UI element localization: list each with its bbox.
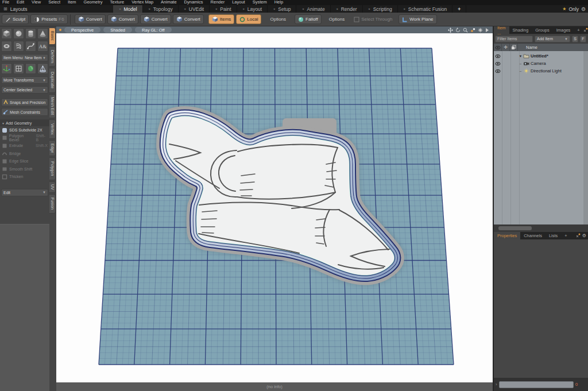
vtab-fusion[interactable]: Fusion	[49, 194, 56, 214]
menu-animate[interactable]: Animate	[161, 0, 177, 5]
add-item-dropdown[interactable]: Add Item▼	[535, 36, 570, 42]
tab-model[interactable]: ✦Model	[113, 5, 142, 13]
tab-lists[interactable]: Lists	[546, 232, 561, 239]
primitive-cylinder-button[interactable]	[25, 28, 36, 39]
tab-add-button[interactable]: +	[452, 5, 466, 13]
menu-help[interactable]: Help	[274, 0, 283, 5]
work-plane-button[interactable]: Work Plane	[399, 14, 436, 24]
vtab-vertex[interactable]: Vertex	[49, 119, 56, 139]
text-tool-button[interactable]: A&	[37, 41, 48, 52]
tool-polygon-bevel[interactable]: Polygon BevelShift-B	[0, 134, 49, 142]
menu-edit[interactable]: Edit	[17, 0, 24, 5]
tab-scripting[interactable]: ✦Scripting	[363, 5, 398, 13]
command-input[interactable]	[499, 381, 574, 388]
vtab-edge[interactable]: Edge	[49, 140, 56, 156]
menu-view[interactable]: View	[32, 0, 41, 5]
convert-button-4[interactable]: Convert	[173, 14, 204, 24]
menu-select[interactable]: Select	[48, 0, 60, 5]
filter-items-input[interactable]	[495, 36, 533, 42]
tab-item-list[interactable]: Item ...	[494, 26, 509, 34]
menu-vertex-map[interactable]: Vertex Map	[131, 0, 153, 5]
layouts-label[interactable]: Layouts	[10, 6, 28, 12]
primitive-torus-button[interactable]	[1, 41, 12, 52]
falloff-options-button[interactable]: Options	[326, 14, 348, 24]
vtab-mesh-edit[interactable]: Mesh Edit	[49, 94, 56, 118]
vtab-duplicate[interactable]: Duplicate	[49, 68, 56, 93]
item-row-untitled[interactable]: ▼ Untitled*	[494, 52, 583, 60]
tool-sds-subdivide[interactable]: SDS Subdivide 2X	[0, 126, 49, 134]
rotate-icon[interactable]	[455, 28, 461, 33]
menu-file[interactable]: File	[2, 0, 9, 5]
mesh-constraints-button[interactable]: Mesh Constraints	[1, 108, 48, 116]
viewport-tab-shaded[interactable]: Shaded	[103, 27, 132, 33]
items-mode-button[interactable]: Items	[208, 14, 235, 24]
tab-channels[interactable]: Channels	[520, 232, 546, 239]
tab-images[interactable]: Images	[553, 26, 574, 34]
layouts-grid-icon[interactable]: ⊞	[3, 6, 7, 11]
tab-animate[interactable]: ✦Animate	[296, 5, 330, 13]
viewport-canvas[interactable]	[56, 33, 493, 382]
vtab-deform[interactable]: Deform	[49, 46, 56, 67]
zoom-icon[interactable]	[463, 28, 468, 33]
eye-icon[interactable]	[495, 61, 501, 66]
center-selected-dropdown[interactable]: Center Selected▼	[1, 86, 48, 94]
select-through-button[interactable]: Select Through	[351, 14, 395, 24]
disclosure-triangle[interactable]: ▼	[518, 55, 523, 58]
falloff-button[interactable]: Falloff	[295, 14, 322, 24]
popout-icon[interactable]	[583, 28, 588, 32]
s-button[interactable]: S	[572, 36, 578, 42]
convert-button-1[interactable]: Convert	[75, 14, 106, 24]
pan-icon[interactable]	[448, 28, 453, 33]
convert-button-2[interactable]: Convert	[107, 14, 138, 24]
viewport-tab-perspective[interactable]: Perspective	[64, 27, 100, 33]
tab-setup[interactable]: ✦Setup	[268, 5, 296, 13]
primitive-cube-button[interactable]	[1, 28, 12, 39]
item-menu-dropdown[interactable]: Item Menu: New Item▼	[1, 54, 48, 61]
menu-render[interactable]: Render	[211, 0, 225, 5]
menu-dynamics[interactable]: Dynamics	[184, 0, 203, 5]
tool-smooth-shift[interactable]: Smooth Shift	[0, 165, 49, 173]
local-mode-button[interactable]: Local	[236, 14, 261, 24]
menu-layout[interactable]: Layout	[232, 0, 245, 5]
eye-icon[interactable]	[495, 54, 501, 59]
menu-system[interactable]: System	[253, 0, 267, 5]
tab-properties[interactable]: Properties	[494, 232, 520, 239]
tab-uvedit[interactable]: ✦UVEdit	[179, 5, 210, 13]
add-geometry-header[interactable]: ▾Add Geometry	[0, 119, 49, 126]
link-icon[interactable]	[470, 28, 475, 33]
eye-icon[interactable]	[495, 69, 501, 73]
convert-button-3[interactable]: Convert	[140, 14, 171, 24]
settings-gear-icon[interactable]: ⚙	[581, 6, 586, 12]
item-list-scrollbar[interactable]	[583, 51, 588, 224]
curve-tool-button[interactable]	[25, 41, 36, 52]
item-row-directional-light[interactable]: ‒ Directional Light	[494, 67, 583, 75]
presets-button[interactable]: PresetsF6	[30, 14, 67, 24]
primitive-cone-button[interactable]	[37, 28, 48, 39]
tab-schematic-fusion[interactable]: ✦Schematic Fusion	[398, 5, 453, 13]
gear-icon[interactable]: ⚙	[582, 233, 586, 238]
item-row-camera[interactable]: ‒ Camera	[494, 60, 583, 67]
wire-cone-button[interactable]	[37, 63, 48, 74]
transform-gizmo-button[interactable]	[1, 63, 12, 74]
primitive-sphere-button[interactable]	[13, 28, 24, 39]
popout-icon[interactable]	[576, 233, 581, 238]
vtab-uv[interactable]: UV	[49, 181, 56, 193]
tab-add[interactable]: +	[574, 26, 583, 34]
subdivide-cube-button[interactable]	[13, 63, 24, 74]
tool-thicken[interactable]: Thicken	[0, 173, 49, 181]
menu-geometry[interactable]: Geometry	[84, 0, 103, 5]
tool-edge-slice[interactable]: Edge Slice	[0, 157, 49, 165]
viewport-3d[interactable]: Perspective Shaded Ray GL: Off	[56, 26, 493, 382]
tab-shading[interactable]: Shading	[509, 26, 532, 34]
f-button[interactable]: F	[580, 36, 586, 42]
vtab-polygon[interactable]: Polygon	[49, 157, 56, 180]
tool-bridge[interactable]: Bridge	[0, 150, 49, 158]
menu-item[interactable]: Item	[68, 0, 76, 5]
tool-extrude[interactable]: ExtrudeShift-X	[0, 142, 49, 150]
snaps-precision-button[interactable]: Snaps and Precision	[1, 98, 48, 106]
tab-paint[interactable]: ✦Paint	[210, 5, 237, 13]
edit-dropdown[interactable]: Edit▼	[1, 189, 48, 196]
falloff-blob-button[interactable]	[25, 63, 36, 74]
tab-topology[interactable]: ✦Topology	[143, 5, 179, 13]
tab-props-add[interactable]: +	[561, 232, 570, 239]
